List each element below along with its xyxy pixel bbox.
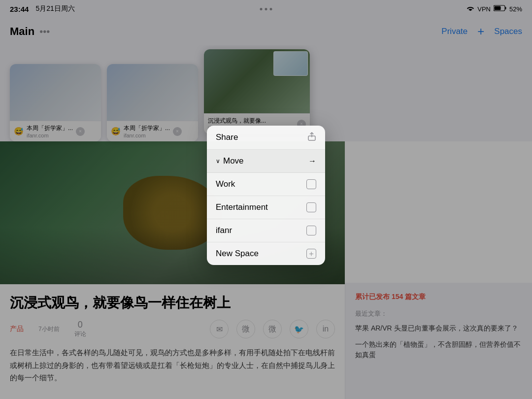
share-icon [307,132,316,143]
menu-item-ifanr[interactable]: ifanr [207,219,325,242]
ifanr-label: ifanr [216,226,232,235]
entertainment-label: Entertainment [216,202,268,212]
work-checkbox[interactable] [306,179,316,189]
new-space-label: New Space [216,249,259,259]
menu-move[interactable]: ∨ Move → [207,150,325,173]
menu-item-entertainment[interactable]: Entertainment [207,196,325,219]
new-space-add[interactable]: ＋ [306,249,316,259]
ifanr-checkbox[interactable] [306,226,316,235]
context-menu: Share ∨ Move → Work Entertainment ifanr … [207,126,325,265]
share-label: Share [216,133,238,142]
move-label: Move [223,156,244,166]
chevron-down-icon: ∨ [216,158,220,165]
work-label: Work [216,179,235,189]
menu-item-work[interactable]: Work [207,173,325,196]
entertainment-checkbox[interactable] [306,202,316,212]
move-arrow-icon: → [308,157,316,166]
menu-share[interactable]: Share [207,126,325,150]
menu-item-new-space[interactable]: New Space ＋ [207,242,325,265]
